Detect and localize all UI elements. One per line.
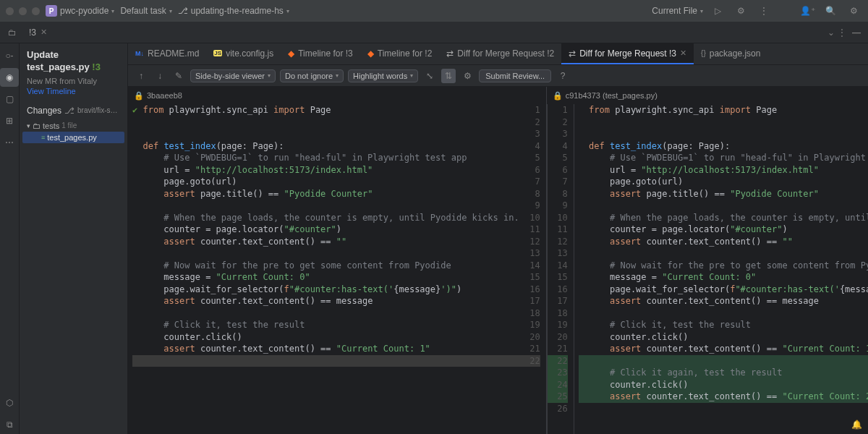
right-pane[interactable]: 1234567891011121314151617181920212223242… [547,104,868,434]
terminal-icon[interactable]: ⧉ [0,415,19,434]
editor-tabs: M↓README.md JSvite.config.js ◆Timeline f… [128,43,868,65]
nav-row: 🗀 !3 ✕ ⌄ ⋮ — [0,22,868,43]
lock-icon: 🔒 [553,91,563,101]
tree-file[interactable]: ≡ test_pages.py [22,132,124,143]
submit-review-button[interactable]: Submit Review... [479,69,551,82]
settings-icon[interactable]: ⚙ [845,2,862,20]
left-pane[interactable]: ✔ from playwright.sync_api import Page d… [128,104,547,434]
project-tree-icon[interactable]: 🗀 [4,24,21,41]
chevron-down-icon: ▾ [700,8,703,14]
minimize-icon[interactable]: — [849,27,864,38]
markdown-icon: M↓ [135,50,144,57]
next-diff-icon[interactable]: ↓ [153,69,167,83]
task-selector[interactable]: Default task ▾ [120,6,171,16]
file-icon: ≡ [41,134,45,141]
help-icon[interactable]: ? [556,69,570,83]
tab-vite[interactable]: JSvite.config.js [206,43,281,64]
run-button[interactable]: ▷ [709,2,726,20]
lock-icon: 🔒 [134,91,144,101]
gitlab-icon: ◆ [288,48,294,59]
tree-folder[interactable]: ▾ 🗀 tests 1 file [27,120,120,132]
diff-icon: ⇄ [569,48,576,59]
tab-diff3[interactable]: ⇄Diff for Merge Request !3✕ [561,43,694,64]
merge-request-icon[interactable]: ◉ [0,68,19,87]
viewer-mode-select[interactable]: Side-by-side viewer▾ [190,69,276,82]
tab-diff2[interactable]: ⇄Diff for Merge Request !2 [439,43,561,64]
sync-scroll-icon[interactable]: ⇅ [441,69,456,83]
diff-view: ✔ from playwright.sync_api import Page d… [128,104,868,434]
build-icon[interactable]: ⚙ [732,2,749,20]
branch-selector[interactable]: ⎇ updating-the-readme-hs ▾ [178,6,289,16]
run-config-selector[interactable]: Current File ▾ [652,6,703,16]
folder-icon: 🗀 [33,122,41,130]
json-icon: {} [701,49,706,57]
mr-sidebar: Update test_pages.py !3 New MR from Vita… [20,43,128,434]
mr-title: Update test_pages.py !3 [27,49,120,74]
project-icon: P [46,5,57,17]
more-icon[interactable]: ⋮ [755,2,773,20]
close-icon[interactable]: ✕ [41,27,47,37]
bookmark-icon[interactable]: ▢ [0,90,19,109]
services-icon[interactable]: ⬡ [0,393,19,412]
breadcrumb: !3 ✕ [25,27,51,38]
js-icon: JS [213,50,222,56]
project-selector[interactable]: P pwc-pyodide ▾ [46,5,114,17]
titlebar: P pwc-pyodide ▾ Default task ▾ ⎇ updatin… [0,0,868,22]
more-tools-icon[interactable]: ⋯ [0,133,19,152]
branch-icon: ⎇ [178,6,188,16]
close-icon[interactable]: ✕ [680,48,686,58]
tab-readme[interactable]: M↓README.md [128,43,206,64]
diff-toolbar: ↑ ↓ ✎ Side-by-side viewer▾ Do not ignore… [128,65,868,87]
branch-icon: ⎇ [64,106,75,116]
chevron-down-icon: ▾ [169,8,172,14]
tool-sidebar: ○- ◉ ▢ ⊞ ⋯ ⬡ ⧉ [0,43,20,434]
chevron-down-icon[interactable]: ⌄ [827,27,835,38]
more-icon[interactable]: ⋮ [835,27,849,38]
collab-icon[interactable]: 👤⁺ [799,2,816,20]
changes-header: Changes ⎇ bravit/fix-so... [27,106,120,116]
right-revision: 🔒c91b4373 (test_pages.py)✔ [547,87,868,104]
diff-icon: ⇄ [446,48,454,59]
tab-timeline3[interactable]: ◆Timeline for !3 [281,43,360,64]
chevron-down-icon: ▾ [286,8,289,14]
mr-subtitle: New MR from Vitaly [27,77,120,85]
view-timeline-link[interactable]: View Timeline [27,87,120,95]
prev-diff-icon[interactable]: ↑ [134,69,148,83]
commit-icon[interactable]: ○- [0,46,19,65]
gitlab-icon: ◆ [367,48,374,59]
tab-package[interactable]: {}package.json [694,43,767,64]
notifications-icon[interactable]: 🔔 [851,420,862,430]
gear-icon[interactable]: ⚙ [460,69,475,83]
highlight-select[interactable]: Highlight words▾ [348,69,418,82]
tab-timeline2[interactable]: ◆Timeline for !2 [360,43,440,64]
chevron-down-icon: ▾ [111,8,114,14]
edit-icon[interactable]: ✎ [171,69,186,83]
chevron-down-icon: ▾ [27,122,30,129]
search-icon[interactable]: 🔍 [822,2,839,20]
ignore-select[interactable]: Do not ignore▾ [280,69,344,82]
revision-bar: 🔒3baaeeb8 🔒c91b4373 (test_pages.py)✔ [128,87,868,104]
left-revision: 🔒3baaeeb8 [128,87,547,104]
structure-icon[interactable]: ⊞ [0,111,19,130]
window-controls[interactable] [6,7,40,15]
collapse-icon[interactable]: ⤡ [422,69,437,83]
